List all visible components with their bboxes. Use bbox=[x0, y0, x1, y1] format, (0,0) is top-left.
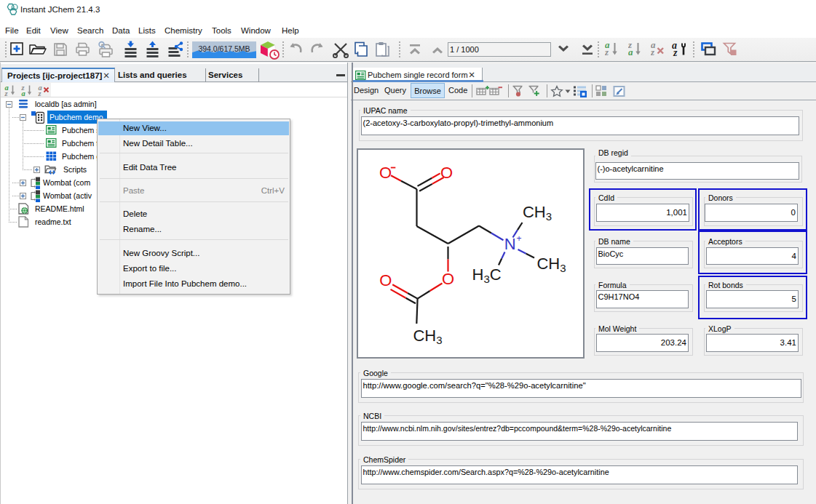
svg-text:O: O bbox=[379, 164, 392, 182]
svg-text:O: O bbox=[379, 271, 392, 289]
svg-text:CH3: CH3 bbox=[536, 255, 566, 274]
svg-text:+: + bbox=[517, 233, 522, 244]
svg-text:a: a bbox=[628, 47, 633, 57]
svg-text:CH3: CH3 bbox=[413, 327, 442, 346]
svg-text:N: N bbox=[504, 235, 516, 253]
svg-text:O: O bbox=[440, 164, 453, 182]
svg-text:a: a bbox=[22, 89, 25, 97]
svg-text:O: O bbox=[442, 270, 454, 288]
svg-text:H3C: H3C bbox=[472, 265, 502, 285]
svg-text:z: z bbox=[673, 47, 678, 58]
svg-text:CH3: CH3 bbox=[523, 203, 552, 223]
